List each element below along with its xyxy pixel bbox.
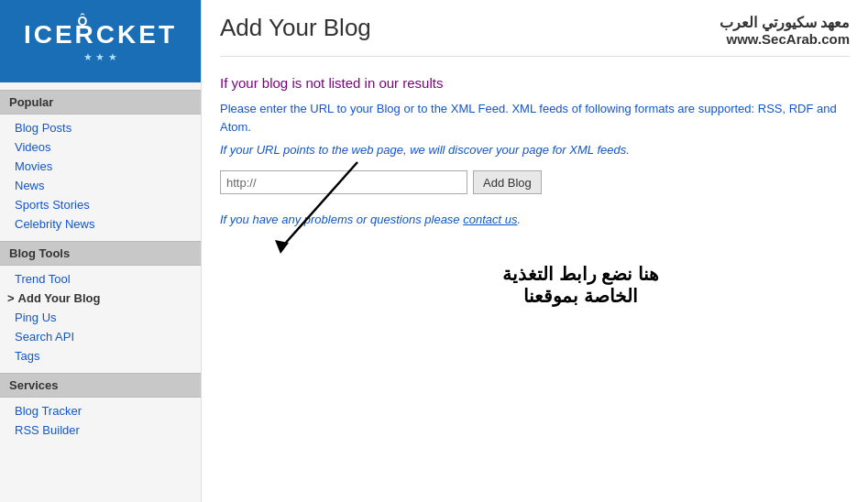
site-info: معهد سكيورتي العرب www.SecArab.com	[720, 14, 850, 47]
page-title: Add Your Blog	[220, 14, 371, 42]
info-heading: If your blog is not listed in our result…	[220, 75, 850, 91]
sidebar-item-ping-us[interactable]: Ping Us	[0, 308, 201, 327]
url-input[interactable]	[220, 170, 467, 194]
sidebar-item-add-blog[interactable]: > Add Your Blog	[0, 289, 201, 308]
svg-marker-1	[275, 240, 289, 254]
sidebar-item-blog-tracker[interactable]: Blog Tracker	[0, 401, 201, 420]
url-hint: If your URL points to the web page, we w…	[220, 143, 850, 157]
arrow-icon: >	[7, 291, 15, 305]
site-arabic: معهد سكيورتي العرب	[720, 14, 850, 31]
logo-tagline: ★ ★ ★	[24, 51, 177, 63]
section-services: Services	[0, 373, 201, 398]
sidebar-item-news[interactable]: News	[0, 176, 201, 195]
main-body: If your blog is not listed in our result…	[220, 71, 850, 311]
sidebar-item-rss-builder[interactable]: RSS Builder	[0, 420, 201, 440]
sidebar-item-tags[interactable]: Tags	[0, 346, 201, 366]
section-blog-tools: Blog Tools	[0, 241, 201, 266]
add-blog-button[interactable]: Add Blog	[473, 170, 542, 194]
annotation-overlay: هنا نضع رابط التغذية الخاصة بموقعنا	[220, 263, 850, 307]
main-content: Add Your Blog معهد سكيورتي العرب www.Sec…	[202, 0, 868, 502]
sidebar-item-celebrity[interactable]: Celebrity News	[0, 214, 201, 234]
info-description: Please enter the URL to your Blog or to …	[220, 100, 850, 136]
sidebar-item-movies[interactable]: Movies	[0, 157, 201, 176]
section-popular: Popular	[0, 90, 201, 115]
logo-area: ICERÔCKET ★ ★ ★	[0, 0, 201, 82]
url-form: Add Blog	[220, 170, 850, 194]
sidebar-item-videos[interactable]: Videos	[0, 137, 201, 157]
main-header: Add Your Blog معهد سكيورتي العرب www.Sec…	[220, 14, 850, 57]
annotation-text: هنا نضع رابط التغذية الخاصة بموقعنا	[312, 263, 850, 307]
sidebar-item-search-api[interactable]: Search API	[0, 327, 201, 346]
sidebar-item-sports[interactable]: Sports Stories	[0, 195, 201, 214]
contact-link[interactable]: contact us	[463, 213, 517, 226]
sidebar-item-trend-tool[interactable]: Trend Tool	[0, 269, 201, 289]
sidebar: ICERÔCKET ★ ★ ★ Popular Blog Posts Video…	[0, 0, 202, 502]
sidebar-item-blog-posts[interactable]: Blog Posts	[0, 118, 201, 137]
contact-text: If you have any problems or questions pl…	[220, 213, 850, 226]
logo-text: ICERÔCKET	[24, 20, 177, 49]
site-url: www.SecArab.com	[720, 31, 850, 47]
